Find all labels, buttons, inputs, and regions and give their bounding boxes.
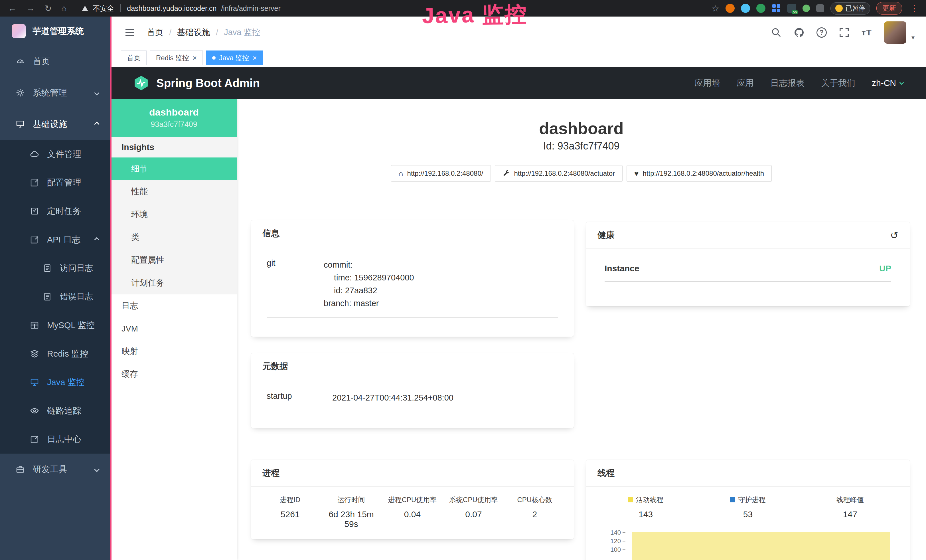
info-key: git [267, 259, 324, 310]
extension-icon-on-switch[interactable]: on [787, 4, 796, 13]
tab-close-icon[interactable]: × [253, 54, 257, 62]
hamburger-icon[interactable] [124, 27, 135, 38]
help-icon[interactable]: ? [817, 27, 827, 38]
sba-nav-wallboard[interactable]: 应用墙 [694, 77, 720, 89]
sba-item-jvm[interactable]: JVM [111, 317, 237, 340]
tab-redis[interactable]: Redis 监控 × [150, 50, 203, 65]
sba-item-classes[interactable]: 类 [111, 226, 237, 249]
threads-legend: 活动线程 143 守护进程 53 线程峰值 147 [595, 495, 901, 519]
sba-brand-title[interactable]: Spring Boot Admin [156, 77, 260, 89]
col-label: 系统CPU使用率 [449, 495, 498, 504]
col-label: 进程ID [280, 495, 300, 504]
process-col-cpu: 进程CPU使用率 0.04 [382, 495, 443, 529]
extension-icon-drop[interactable] [741, 4, 750, 13]
sidebar-item-system[interactable]: 系统管理 [0, 77, 111, 108]
tab-label: Redis 监控 [156, 53, 189, 62]
help-glyph: ? [820, 29, 824, 36]
browser-menu-icon[interactable]: ⋮ [908, 3, 920, 14]
sba-instance-block[interactable]: dashboard 93a3fc7f7409 [111, 99, 237, 137]
address-bar[interactable]: 不安全 dashboard.yudao.iocoder.cn/infra/adm… [82, 4, 281, 13]
col-label: 进程CPU使用率 [388, 495, 437, 504]
process-col-uptime: 运行时间 6d 23h 15m 59s [321, 495, 381, 529]
history-icon[interactable]: ↺ [890, 230, 899, 241]
breadcrumb-item[interactable]: 基础设施 [177, 27, 210, 38]
health-status-badge: UP [879, 263, 891, 273]
sidebar-item-log-center[interactable]: 日志中心 [0, 425, 111, 454]
sidebar-item-config[interactable]: 配置管理 [0, 168, 111, 197]
breadcrumb-item[interactable]: 首页 [147, 27, 163, 38]
actuator-url-link[interactable]: http://192.168.0.2:48080/actuator [495, 165, 623, 182]
metadata-row: startup 2021-04-27T00:44:31.254+08:00 [267, 391, 558, 412]
sba-nav-applications[interactable]: 应用 [737, 77, 754, 89]
health-url-link[interactable]: ♥ http://192.168.0.2:48080/actuator/heal… [626, 165, 772, 182]
service-url-link[interactable]: ⌂ http://192.168.0.2:48080/ [391, 165, 491, 182]
sidebar-logo[interactable]: 芋道管理系统 [0, 17, 111, 45]
github-icon[interactable] [794, 27, 805, 38]
sba-locale-select[interactable]: zh-CN [872, 78, 903, 88]
instance-links: ⌂ http://192.168.0.2:48080/ http://192.1… [237, 165, 926, 182]
sidebar-item-access-log[interactable]: 访问日志 [0, 254, 111, 282]
edit-icon [30, 178, 39, 187]
chevron-up-icon [94, 237, 99, 242]
sba-item-logs[interactable]: 日志 [111, 294, 237, 317]
avatar-caret-icon[interactable]: ▾ [911, 34, 915, 44]
sidebar-item-java[interactable]: Java 监控 [0, 368, 111, 397]
threads-col-daemon: 守护进程 53 [697, 495, 799, 519]
sidebar-item-mysql[interactable]: MySQL 监控 [0, 311, 111, 339]
legend-value: 143 [595, 510, 697, 519]
sba-item-label: 配置属性 [131, 254, 164, 266]
sba-item-configprops[interactable]: 配置属性 [111, 249, 237, 272]
screen: ← → ↻ ⌂ 不安全 dashboard.yudao.iocoder.cn/i… [0, 0, 926, 560]
sidebar-item-redis[interactable]: Redis 监控 [0, 339, 111, 368]
extension-icon-leaf[interactable] [802, 5, 810, 12]
sidebar-item-job[interactable]: 定时任务 [0, 197, 111, 226]
sba-item-mappings[interactable]: 映射 [111, 340, 237, 363]
sba-item-details[interactable]: 细节 [111, 157, 237, 180]
url-path: /infra/admin-server [221, 4, 280, 12]
sidebar-item-home[interactable]: 首页 [0, 45, 111, 77]
sba-item-env[interactable]: 环境 [111, 203, 237, 226]
layers-icon [30, 349, 39, 358]
paused-extension-chip[interactable]: 已暂停 [831, 2, 870, 15]
browser-forward-icon[interactable]: → [26, 3, 35, 13]
browser-home-icon[interactable]: ⌂ [61, 3, 67, 13]
browser-refresh-icon[interactable]: ↻ [44, 3, 51, 14]
user-avatar[interactable] [884, 21, 906, 44]
extension-icon-grid[interactable] [772, 4, 781, 13]
fullscreen-icon[interactable] [839, 27, 850, 38]
sidebar-item-label: 基础设施 [33, 118, 67, 130]
sba-nav-journal[interactable]: 日志报表 [770, 77, 805, 89]
chrome-update-button[interactable]: 更新 [876, 2, 902, 15]
sba-item-label: 缓存 [121, 369, 138, 380]
extension-icon-green-circle[interactable] [756, 4, 766, 13]
cloud-icon [30, 150, 39, 159]
sba-item-scheduled[interactable]: 计划任务 [111, 272, 237, 294]
sidebar-item-api-log[interactable]: API 日志 [0, 226, 111, 254]
monitor-icon [16, 120, 25, 129]
extensions-puzzle-icon[interactable] [816, 4, 824, 12]
process-col-syscpu: 系统CPU使用率 0.07 [443, 495, 504, 529]
card-title: 进程 [262, 467, 280, 479]
search-icon[interactable] [771, 27, 782, 38]
sidebar-item-file[interactable]: 文件管理 [0, 140, 111, 168]
extension-icon-orange[interactable] [726, 4, 735, 13]
tab-java[interactable]: Java 监控 × [206, 50, 263, 65]
y-axis-tick: 140 [592, 529, 625, 536]
sidebar-item-error-log[interactable]: 错误日志 [0, 282, 111, 311]
bookmark-star-icon[interactable]: ☆ [711, 3, 719, 14]
health-instance-row[interactable]: Instance UP [605, 263, 891, 282]
sidebar-item-infra[interactable]: 基础设施 [0, 108, 111, 140]
sba-item-caches[interactable]: 缓存 [111, 363, 237, 386]
sba-item-label: 日志 [121, 300, 138, 312]
tab-close-icon[interactable]: × [192, 54, 197, 62]
sidebar-item-devtools[interactable]: 研发工具 [0, 454, 111, 485]
info-card: 信息 git commit: time: 1596289704000 id: 2… [251, 220, 574, 337]
sidebar-item-trace[interactable]: 链路追踪 [0, 397, 111, 425]
browser-back-icon[interactable]: ← [8, 3, 17, 13]
font-size-icon[interactable]: тT [861, 28, 872, 37]
sba-nav-about[interactable]: 关于我们 [821, 77, 855, 89]
tab-home[interactable]: 首页 [121, 50, 147, 65]
sba-insights-group: Insights 细节 性能 环境 类 配置属性 计划任务 [111, 137, 237, 294]
col-value: 2 [504, 510, 565, 519]
sba-item-metrics[interactable]: 性能 [111, 180, 237, 203]
